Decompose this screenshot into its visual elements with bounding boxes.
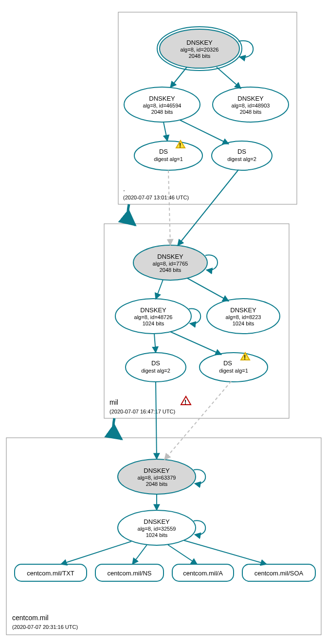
svg-text:alg=8, id=63379: alg=8, id=63379 <box>138 475 176 481</box>
svg-text:2048 bits: 2048 bits <box>151 109 173 115</box>
svg-text:2048 bits: 2048 bits <box>240 109 262 115</box>
rr-a-node: centcom.mil/A <box>172 564 234 581</box>
edge-dsroot1-to-7765 <box>168 170 170 245</box>
dnskey-63379-node: DNSKEY alg=8, id=63379 2048 bits <box>118 459 196 494</box>
edge-46594-ds2 <box>180 120 229 144</box>
zone-mil-name: mil <box>109 398 118 406</box>
dnskey-48903-node: DNSKEY alg=8, id=48903 2048 bits <box>213 87 289 122</box>
edge-20326-46594 <box>170 67 187 88</box>
dnskey-8223-node: DNSKEY alg=8, id=8223 1024 bits <box>207 299 280 334</box>
svg-text:2048 bits: 2048 bits <box>146 481 168 487</box>
dnskey-46594-node: DNSKEY alg=8, id=46594 2048 bits <box>124 87 200 122</box>
edge-mil-to-centcom-zone <box>113 418 122 439</box>
svg-text:digest alg=1: digest alg=1 <box>154 156 183 162</box>
svg-text:DS: DS <box>223 359 232 367</box>
edge-dsmil1-to-63379 <box>164 381 231 460</box>
edge-32559-ns <box>132 545 147 564</box>
rr-ns-node: centcom.mil/NS <box>95 564 164 581</box>
svg-text:!: ! <box>179 142 181 149</box>
svg-text:alg=8, id=20326: alg=8, id=20326 <box>181 47 219 53</box>
dnskey-32559-node: DNSKEY alg=8, id=32559 1024 bits <box>118 510 196 545</box>
svg-text:!: ! <box>244 354 246 361</box>
svg-text:alg=8, id=32559: alg=8, id=32559 <box>138 526 176 532</box>
ds-root-alg1-node: DS digest alg=1 ! <box>134 141 202 170</box>
zone-root-ts: (2020-07-07 13:01:46 UTC) <box>123 195 189 200</box>
edge-20326-48903 <box>217 67 241 89</box>
edge-root-to-mil-zone <box>128 204 135 225</box>
edge-dsmil2-to-63379 <box>156 382 157 459</box>
svg-text:centcom.mil/SOA: centcom.mil/SOA <box>254 570 304 577</box>
svg-text:DS: DS <box>237 148 246 155</box>
svg-text:DNSKEY: DNSKEY <box>144 518 170 525</box>
svg-text:1024 bits: 1024 bits <box>143 321 164 326</box>
ds-mil-alg2-node: DS digest alg=2 <box>126 353 186 382</box>
edge-48726-dsmil1 <box>170 332 221 355</box>
svg-text:digest alg=2: digest alg=2 <box>141 368 170 374</box>
svg-point-35 <box>200 353 268 382</box>
rr-txt-node: centcom.mil/TXT <box>15 564 87 581</box>
svg-text:1024 bits: 1024 bits <box>146 532 168 538</box>
svg-text:centcom.mil/TXT: centcom.mil/TXT <box>27 570 74 577</box>
svg-text:DNSKEY: DNSKEY <box>157 253 183 260</box>
zone-root-name: . <box>123 185 125 193</box>
edge-7765-8223 <box>187 278 229 301</box>
edge-32559-a <box>168 545 197 564</box>
svg-point-32 <box>126 353 186 382</box>
svg-text:alg=8, id=48903: alg=8, id=48903 <box>232 103 270 108</box>
svg-text:DS: DS <box>159 148 168 155</box>
error-icon: ! <box>181 396 191 406</box>
zone-centcom-name: centcom.mil <box>12 614 49 622</box>
edge-dsroot2-to-7765 <box>178 170 238 246</box>
dnskey-7765-node: DNSKEY alg=8, id=7765 2048 bits <box>133 245 207 280</box>
svg-text:DNSKEY: DNSKEY <box>230 306 256 314</box>
edge-32559-txt <box>61 541 131 564</box>
edge-48726-dsmil2 <box>154 334 156 353</box>
edge-46594-ds1 <box>164 122 167 141</box>
dnskey-48726-node: DNSKEY alg=8, id=48726 1024 bits <box>115 299 191 334</box>
ds-root-alg2-node: DS digest alg=2 <box>212 141 272 170</box>
svg-text:1024 bits: 1024 bits <box>233 321 254 326</box>
svg-text:!: ! <box>184 398 186 406</box>
rr-soa-node: centcom.mil/SOA <box>242 564 315 581</box>
svg-text:digest alg=1: digest alg=1 <box>219 368 248 374</box>
svg-text:alg=8, id=8223: alg=8, id=8223 <box>226 314 261 320</box>
edge-32559-soa <box>184 540 267 564</box>
ds-mil-alg1-node: DS digest alg=1 ! <box>200 353 268 382</box>
svg-text:centcom.mil/A: centcom.mil/A <box>183 570 223 577</box>
svg-text:DNSKEY: DNSKEY <box>186 39 213 46</box>
svg-text:2048 bits: 2048 bits <box>189 53 211 59</box>
zone-centcom-ts: (2020-07-07 20:31:16 UTC) <box>12 624 78 630</box>
svg-text:centcom.mil/NS: centcom.mil/NS <box>107 570 151 577</box>
svg-text:DNSKEY: DNSKEY <box>149 95 175 102</box>
zone-mil-ts: (2020-07-07 16:47:17 UTC) <box>109 409 175 414</box>
dnssec-chain-diagram: . (2020-07-07 13:01:46 UTC) mil (2020-07… <box>0 0 327 644</box>
edge-7765-48726 <box>156 280 163 299</box>
svg-point-13 <box>134 141 202 170</box>
svg-text:alg=8, id=48726: alg=8, id=48726 <box>134 314 173 320</box>
svg-text:2048 bits: 2048 bits <box>160 267 182 273</box>
svg-text:DNSKEY: DNSKEY <box>140 306 166 314</box>
svg-text:DS: DS <box>151 359 160 367</box>
svg-text:digest alg=2: digest alg=2 <box>227 156 256 162</box>
svg-text:DNSKEY: DNSKEY <box>237 95 264 102</box>
svg-text:alg=8, id=7765: alg=8, id=7765 <box>153 261 188 267</box>
svg-point-17 <box>212 141 272 170</box>
dnskey-20326-node: DNSKEY alg=8, id=20326 2048 bits <box>157 27 242 71</box>
svg-text:DNSKEY: DNSKEY <box>144 467 170 474</box>
svg-text:alg=8, id=46594: alg=8, id=46594 <box>143 103 182 108</box>
